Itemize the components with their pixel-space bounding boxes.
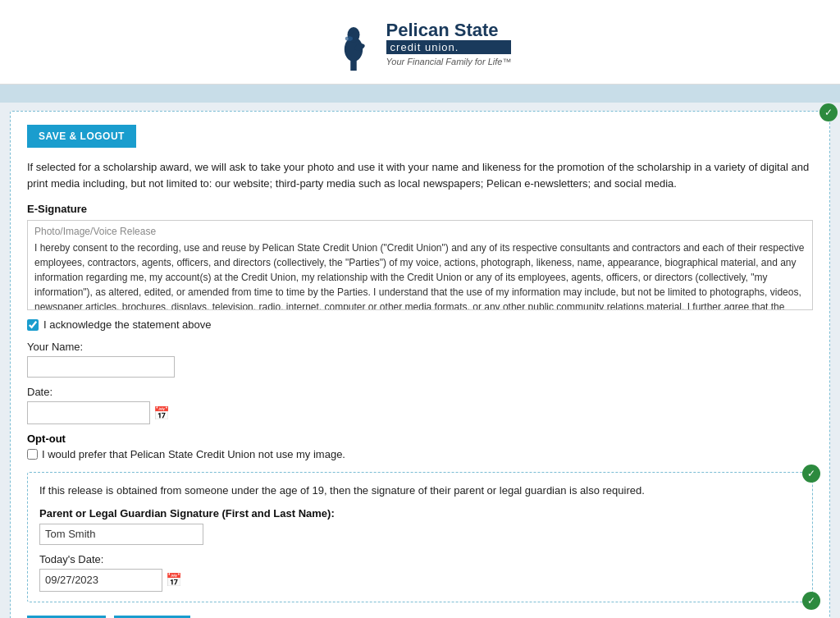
page-header: Pelican State credit union. Your Financi… [0,0,840,85]
your-name-input[interactable] [27,356,175,378]
acknowledge-label[interactable]: I acknowledge the statement above [43,318,212,331]
optout-label[interactable]: I would prefer that Pelican State Credit… [42,448,345,460]
acknowledge-checkbox[interactable] [27,319,39,331]
date-group: Date: 📅 [27,386,813,424]
your-name-label: Your Name: [27,341,813,353]
optout-checkbox[interactable] [27,449,38,460]
nav-buttons: << BACK NEXT >> [27,616,813,619]
accent-bar [0,85,840,103]
save-logout-button[interactable]: SAVE & LOGOUT [27,125,136,148]
back-button[interactable]: << BACK [27,616,106,619]
esignature-box[interactable]: Photo/Image/Voice Release I hereby conse… [27,220,813,310]
todays-date-label: Today's Date: [39,553,801,565]
date-wrap: 📅 [27,401,813,424]
todays-date-wrap: 📅 [39,569,801,592]
date-label: Date: [27,386,813,398]
pelican-icon [329,15,378,72]
acknowledge-row: I acknowledge the statement above [27,318,813,331]
logo-tagline: Your Financial Family for Life™ [386,57,512,66]
status-badge-top: ✓ [819,103,838,121]
svg-point-4 [345,36,352,41]
page-wrap: ✓ SAVE & LOGOUT If selected for a schola… [0,103,840,618]
logo-area: Pelican State credit union. Your Financi… [329,15,512,72]
guardian-sig-input[interactable] [39,524,203,545]
esig-content: I hereby consent to the recording, use a… [34,240,806,310]
optout-section: Opt-out I would prefer that Pelican Stat… [27,433,813,460]
calendar-icon[interactable]: 📅 [153,405,170,421]
esignature-group: E-Signature Photo/Image/Voice Release I … [27,203,813,310]
todays-calendar-icon[interactable]: 📅 [166,572,182,588]
date-input[interactable] [27,401,150,424]
todays-date-input[interactable] [39,569,162,592]
guardian-badge-top: ✓ [802,465,820,483]
description-text: If selected for a scholarship award, we … [27,159,813,191]
guardian-sig-label: Parent or Legal Guardian Signature (Firs… [39,507,801,520]
next-button[interactable]: NEXT >> [114,616,190,619]
your-name-group: Your Name: [27,341,813,378]
guardian-section: ✓ If this release is obtained from someo… [27,472,813,602]
optout-row: I would prefer that Pelican State Credit… [27,448,813,460]
esig-title: Photo/Image/Voice Release [34,226,806,237]
logo-brand-name: Pelican State [386,21,512,40]
guardian-badge-bottom: ✓ [802,592,820,610]
esignature-label: E-Signature [27,203,813,215]
form-card: ✓ SAVE & LOGOUT If selected for a schola… [10,111,830,618]
optout-title: Opt-out [27,433,813,445]
guardian-note: If this release is obtained from someone… [39,483,801,499]
logo-text: Pelican State credit union. Your Financi… [386,21,512,66]
logo-cu-label: credit union. [386,40,512,54]
